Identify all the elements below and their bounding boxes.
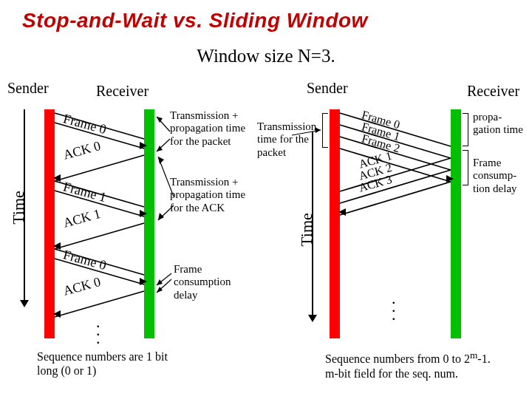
- arrow-head: [446, 175, 454, 183]
- ann-r-tx: Transmission time for the packet: [257, 120, 320, 159]
- ann-r-consume: Frame consump- tion delay: [473, 157, 528, 195]
- bracket-prop: [463, 113, 468, 146]
- footnote-sup: m: [470, 349, 477, 361]
- subtitle: Window size N=3.: [0, 46, 532, 66]
- footnote-b: -1.: [477, 352, 490, 365]
- diagram: Sender Receiver Time Frame 0 ACK 0 Fr: [0, 80, 532, 390]
- footnote-a: Sequence numbers from 0 to 2: [325, 352, 470, 365]
- right-footnote: Sequence numbers from 0 to 2m-1. m-bit f…: [325, 349, 525, 381]
- ann-r-prop: propa- gation time: [473, 111, 525, 137]
- bracket-consume: [463, 150, 468, 185]
- footnote-c: m-bit field for the seq. num.: [325, 367, 458, 380]
- page-title: Stop-and-Wait vs. Sliding Window: [0, 0, 532, 33]
- vdots-right: ...: [392, 294, 395, 318]
- arrow-head: [338, 208, 346, 216]
